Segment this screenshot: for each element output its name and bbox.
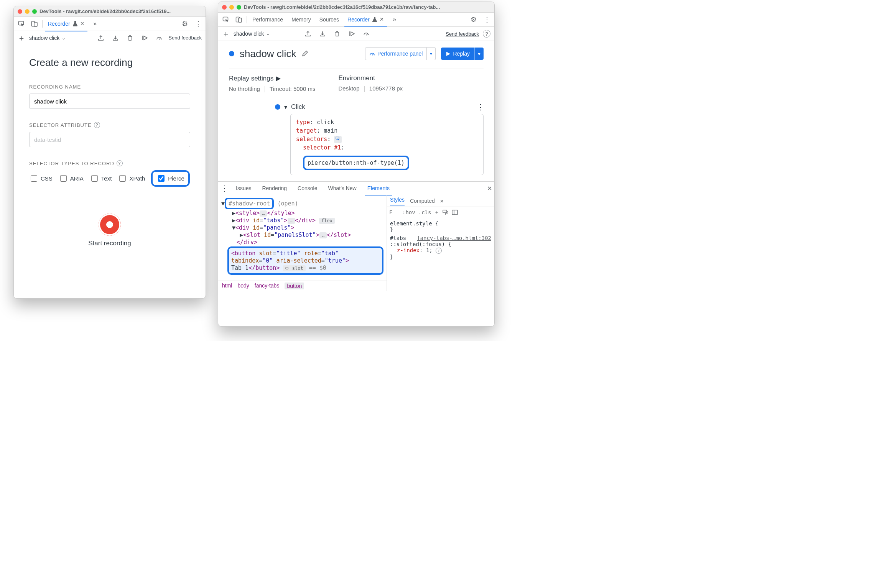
crumb-button[interactable]: button	[285, 283, 304, 289]
more-tabs-icon[interactable]: »	[389, 14, 400, 25]
edit-icon[interactable]	[301, 50, 308, 57]
cls-button[interactable]: .cls	[418, 209, 431, 215]
more-tabs-icon[interactable]: »	[90, 18, 100, 29]
delete-icon[interactable]	[125, 33, 135, 43]
replay-settings-heading[interactable]: Replay settings ▶	[229, 74, 315, 82]
drawer-tab-issues[interactable]: Issues	[234, 182, 253, 195]
tab-memory[interactable]: Memory	[288, 13, 314, 26]
close-drawer-icon[interactable]: ✕	[487, 185, 492, 192]
collapse-icon[interactable]: ▾	[284, 103, 287, 111]
help-icon[interactable]: ?	[94, 122, 100, 128]
css-rule-3[interactable]: ::slotted(:focus) {	[390, 241, 491, 247]
maximize-icon[interactable]	[237, 5, 241, 10]
dom-line-button-2[interactable]: tabindex="0" aria-selected="true">	[231, 257, 380, 264]
drawer-tab-elements[interactable]: Elements	[365, 182, 392, 195]
new-rule-icon[interactable]: ＋	[434, 209, 439, 216]
recording-name-input[interactable]	[29, 94, 190, 109]
toggle-sidebar-icon[interactable]	[452, 210, 458, 215]
css-rule-1[interactable]: element.style {	[390, 220, 491, 227]
delete-icon[interactable]	[332, 28, 342, 39]
more-tabs-icon[interactable]: »	[440, 197, 444, 204]
filter-input[interactable]: F	[389, 209, 399, 215]
styles-tab-styles[interactable]: Styles	[390, 197, 405, 205]
checkbox-xpath-input[interactable]	[119, 175, 126, 182]
step-label[interactable]: Click	[291, 103, 305, 111]
drawer-more-icon[interactable]: ⋮	[220, 186, 227, 190]
recording-select[interactable]: shadow click ⌄	[29, 35, 92, 41]
performance-panel-dropdown[interactable]: ▾	[427, 47, 436, 60]
drawer-tab-rendering[interactable]: Rendering	[260, 182, 289, 195]
checkbox-text[interactable]: Text	[90, 174, 112, 183]
dom-line-panels-close[interactable]: </div>	[237, 239, 383, 246]
selector-attr-input[interactable]	[29, 132, 190, 147]
speed-icon[interactable]	[154, 33, 165, 43]
css-rule-2-header[interactable]: #tabs fancy-tabs-…mo.html:302	[390, 235, 491, 241]
css-decl[interactable]: z-index: 1; i	[397, 247, 491, 254]
dom-line-tabs[interactable]: ▶<div id="tabs">…</div> flex	[232, 217, 383, 224]
replay-dropdown[interactable]: ▾	[474, 48, 484, 60]
checkbox-xpath[interactable]: XPath	[118, 174, 145, 183]
checkbox-aria-input[interactable]	[60, 175, 67, 182]
recording-select[interactable]: shadow click ⌄	[234, 31, 299, 37]
minimize-icon[interactable]	[229, 5, 234, 10]
info-icon[interactable]: i	[436, 248, 442, 254]
tab-performance[interactable]: Performance	[249, 13, 286, 26]
dom-line-button-3[interactable]: Tab 1</button> slot == $0	[231, 264, 380, 271]
import-icon[interactable]	[110, 33, 121, 43]
dom-shadow-root[interactable]: ▼#shadow-root (open)	[221, 198, 383, 209]
play-icon[interactable]	[139, 33, 150, 43]
paint-icon[interactable]	[443, 210, 449, 215]
minimize-icon[interactable]	[25, 9, 30, 14]
dom-line-style[interactable]: ▶<style>…</style>	[232, 210, 383, 217]
new-recording-icon[interactable]: ＋	[18, 33, 25, 43]
replay-button[interactable]: Replay	[441, 48, 474, 60]
tab-recorder[interactable]: Recorder ✕	[45, 17, 87, 31]
tab-sources[interactable]: Sources	[316, 13, 342, 26]
crumb-html[interactable]: html	[222, 283, 232, 289]
inspect-icon[interactable]	[220, 14, 231, 25]
settings-gear-icon[interactable]: ⚙	[468, 14, 479, 25]
drawer-tab-whatsnew[interactable]: What's New	[326, 182, 359, 195]
import-icon[interactable]	[317, 28, 328, 39]
export-icon[interactable]	[303, 28, 313, 39]
close-tab-icon[interactable]: ✕	[80, 21, 84, 26]
maximize-icon[interactable]	[32, 9, 37, 14]
step-more-icon[interactable]: ⋮	[477, 105, 484, 109]
checkbox-css-input[interactable]	[31, 175, 37, 182]
dom-line-panels[interactable]: ▼<div id="panels">	[232, 224, 383, 231]
device-toggle-icon[interactable]	[29, 18, 40, 29]
dom-line-button[interactable]: <button slot="title" role="tab"	[231, 250, 380, 257]
crumb-fancy-tabs[interactable]: fancy-tabs	[255, 283, 280, 289]
checkbox-pierce[interactable]: Pierce	[156, 174, 184, 183]
performance-panel-button[interactable]: Performance panel	[365, 47, 427, 60]
checkbox-text-input[interactable]	[91, 175, 98, 182]
close-tab-icon[interactable]: ✕	[380, 16, 384, 22]
css-source-link[interactable]: fancy-tabs-…mo.html:302	[417, 235, 491, 241]
crumb-body[interactable]: body	[237, 283, 249, 289]
dom-line-slot[interactable]: ▶<slot id="panelsSlot">…</slot>	[240, 232, 383, 238]
tab-recorder[interactable]: Recorder ✕	[344, 13, 387, 27]
start-recording-label[interactable]: Start recording	[29, 240, 190, 247]
help-icon[interactable]: ?	[483, 30, 490, 38]
drawer-tab-console[interactable]: Console	[295, 182, 319, 195]
pick-selector-icon[interactable]	[334, 136, 342, 143]
device-toggle-icon[interactable]	[234, 14, 244, 25]
close-icon[interactable]	[222, 5, 227, 10]
inspect-icon[interactable]	[16, 18, 27, 29]
close-icon[interactable]	[18, 9, 22, 14]
speed-icon[interactable]	[361, 28, 372, 39]
more-vert-icon[interactable]: ⋮	[481, 14, 492, 25]
play-icon[interactable]	[346, 28, 357, 39]
checkbox-pierce-input[interactable]	[158, 175, 165, 182]
checkbox-aria[interactable]: ARIA	[59, 174, 84, 183]
hov-button[interactable]: :hov	[402, 209, 415, 215]
checkbox-css[interactable]: CSS	[29, 174, 53, 183]
send-feedback-link[interactable]: Send feedback	[446, 31, 479, 37]
more-vert-icon[interactable]: ⋮	[193, 18, 203, 29]
flex-badge[interactable]: flex	[319, 218, 335, 224]
settings-gear-icon[interactable]: ⚙	[179, 18, 190, 29]
dom-tree[interactable]: ▼#shadow-root (open) ▶<style>…</style> ▶…	[218, 195, 387, 281]
styles-tab-computed[interactable]: Computed	[410, 198, 435, 204]
export-icon[interactable]	[95, 33, 106, 43]
send-feedback-link[interactable]: Send feedback	[168, 35, 202, 41]
